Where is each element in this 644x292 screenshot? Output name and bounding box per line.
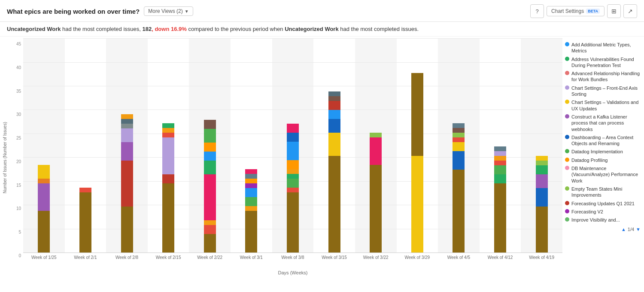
more-views-button[interactable]: More Views (2) ▼ — [144, 6, 193, 16]
legend-page-next[interactable]: ▼ — [636, 227, 641, 232]
legend-page-prev[interactable]: ▲ — [621, 227, 626, 232]
legend-label-10: Empty Team States Mini Improvements — [571, 186, 641, 198]
bar-segment-6-8 — [287, 124, 299, 133]
legend-item-2: Advanced Relationship Handling for Work … — [565, 70, 641, 83]
bar-segment-12-2 — [536, 174, 548, 188]
bar-segment-9-1 — [411, 73, 423, 156]
bar-segment-4-0 — [204, 234, 216, 252]
bar-stack-5[interactable] — [245, 169, 257, 252]
bar-segment-4-5 — [204, 152, 216, 161]
bar-segment-3-4 — [162, 128, 174, 133]
bar-segment-10-1 — [453, 151, 465, 170]
bar-stack-6[interactable] — [287, 124, 299, 252]
summary-count: 182 — [143, 26, 152, 32]
legend-dot-10 — [565, 186, 569, 191]
bar-segment-1-0 — [79, 192, 91, 252]
bar-stack-0[interactable] — [38, 165, 50, 252]
legend-label-3: Chart Settings – Front-End Axis Sorting — [571, 85, 641, 97]
bars-and-x: Week of 1/25Week of 2/1Week of 2/8Week o… — [23, 38, 562, 277]
bar-segment-12-4 — [536, 161, 548, 165]
bar-segment-11-5 — [494, 151, 506, 156]
bar-segment-12-1 — [536, 188, 548, 207]
y-tick-30: 30 — [16, 112, 21, 117]
legend-label-0: Add Additional Metric Types, Metrics — [571, 42, 641, 54]
bar-stack-4[interactable] — [204, 120, 216, 252]
x-label-4: Week of 2/22 — [189, 255, 231, 260]
legend-item-3: Chart Settings – Front-End Axis Sorting — [565, 85, 641, 97]
y-tick-40: 40 — [16, 65, 21, 70]
legend-dot-11 — [565, 201, 569, 205]
legend-item-5: Construct a Kafka Listener process that … — [565, 114, 641, 132]
chart-settings-label: Chart Settings — [551, 8, 584, 14]
bar-stack-10[interactable] — [453, 123, 465, 252]
bar-stack-9[interactable] — [411, 73, 423, 252]
legend-label-13: Improve Visibility and... — [571, 217, 620, 223]
y-axis-label: Number of Issues (Number of Issues) — [3, 122, 7, 193]
bar-stack-3[interactable] — [162, 123, 174, 252]
bar-stack-2[interactable] — [121, 114, 133, 252]
bar-segment-4-3 — [204, 174, 216, 220]
legend-dot-6 — [565, 135, 569, 139]
bar-segment-4-1 — [204, 225, 216, 234]
y-tick-35: 35 — [16, 89, 21, 94]
legend-label-12: Forecasting V2 — [571, 209, 603, 215]
bar-group-6 — [272, 124, 314, 252]
legend-item-8: Datadog Profiling — [565, 157, 641, 163]
legend-label-5: Construct a Kafka Listener process that … — [571, 114, 641, 132]
bar-segment-6-2 — [287, 179, 299, 188]
bar-segment-7-3 — [328, 110, 340, 119]
bar-segment-7-6 — [328, 91, 340, 96]
legend-item-9: DB Maintenance (Vacuum/Analyze) Performa… — [565, 165, 641, 184]
x-label-1: Week of 2/1 — [65, 255, 106, 260]
legend-dot-12 — [565, 209, 569, 213]
bar-segment-0-0 — [38, 211, 50, 252]
bar-stack-7[interactable] — [328, 91, 340, 252]
x-axis: Week of 1/25Week of 2/1Week of 2/8Week o… — [23, 253, 562, 270]
legend-dot-7 — [565, 149, 569, 153]
bar-segment-10-2 — [453, 142, 465, 151]
bar-segment-11-6 — [494, 146, 506, 151]
bar-segment-2-0 — [121, 207, 133, 252]
bar-segment-7-1 — [328, 133, 340, 156]
legend-label-4: Chart Settings – Validations and UX Upda… — [571, 99, 641, 112]
bar-segment-2-3 — [121, 128, 133, 142]
bar-segment-3-3 — [162, 133, 174, 137]
legend-label-7: Datadog Implementation — [571, 149, 623, 155]
bar-segment-5-7 — [245, 169, 257, 174]
bar-segment-0-3 — [38, 165, 50, 179]
bar-stack-1[interactable] — [79, 188, 91, 252]
bar-group-2 — [106, 114, 148, 252]
y-tick-15: 15 — [16, 183, 21, 188]
legend-label-6: Dashboarding – Area Context Objects and … — [571, 134, 641, 147]
chart-area: Number of Issues (Number of Issues) 0 5 … — [0, 36, 644, 277]
bar-group-0 — [23, 165, 65, 252]
bar-segment-3-1 — [162, 174, 174, 183]
legend-page-indicator: 1/4 — [628, 227, 634, 232]
x-label-7: Week of 3/15 — [313, 255, 355, 260]
bar-segment-0-2 — [38, 179, 50, 183]
legend-item-11: Forecasting Updates Q1 2021 — [565, 201, 641, 207]
share-button[interactable]: ↗ — [623, 4, 637, 18]
bar-segment-7-2 — [328, 119, 340, 133]
legend-item-0: Add Additional Metric Types, Metrics — [565, 42, 641, 54]
bar-segment-11-3 — [494, 161, 506, 165]
y-tick-10: 10 — [16, 206, 21, 211]
bar-segment-10-4 — [453, 133, 465, 137]
legend-dot-9 — [565, 166, 569, 170]
question-icon: ? — [535, 8, 538, 15]
legend-label-8: Datadog Profiling — [571, 157, 608, 163]
legend-item-1: Address Vulnerabilities Found During Pen… — [565, 56, 641, 69]
summary-change: , down 16.9% — [152, 26, 187, 32]
bar-group-4 — [189, 120, 231, 252]
chart-inner: 0 5 10 15 20 25 30 35 40 45 — [9, 38, 562, 277]
legend-dot-0 — [565, 42, 569, 46]
bar-stack-8[interactable] — [370, 133, 382, 252]
x-label-10: Week of 4/5 — [438, 255, 480, 260]
bar-segment-12-3 — [536, 165, 548, 174]
bar-stack-12[interactable] — [536, 156, 548, 252]
page-title: What epics are being worked on over time… — [7, 8, 140, 15]
bar-stack-11[interactable] — [494, 146, 506, 252]
chart-settings-button[interactable]: Chart Settings BETA — [547, 6, 605, 16]
help-button[interactable]: ? — [530, 4, 544, 18]
export-button[interactable]: ⊞ — [607, 4, 621, 18]
